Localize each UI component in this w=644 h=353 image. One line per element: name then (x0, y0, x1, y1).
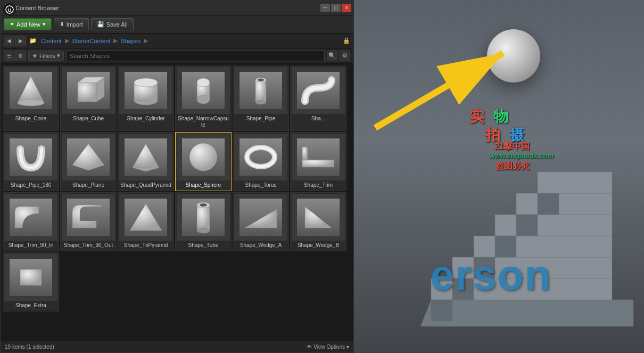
import-icon: ⬇ (60, 21, 64, 28)
asset-item-extra[interactable]: Shape_Extra (3, 252, 59, 311)
search-button[interactable]: 🔍 (327, 51, 337, 61)
asset-thumbnail-pipe180 (4, 134, 57, 180)
asset-item-trim90out[interactable]: Shape_Trim_90_Out (60, 192, 117, 251)
asset-item-pipe180[interactable]: Shape_Pipe_180 (3, 132, 59, 191)
svg-point-33 (189, 143, 217, 171)
minimize-button[interactable]: ─ (320, 4, 330, 12)
svg-rect-62 (431, 300, 452, 321)
add-icon: ✦ (10, 21, 14, 28)
status-bar: 19 items (1 selected) 👁 View Options ▾ (1, 341, 353, 352)
asset-label-shape6: Sha... (310, 114, 326, 123)
view-options-button[interactable]: 👁 View Options ▾ (307, 344, 349, 350)
view-toggle: ☰ ⊞ (4, 51, 26, 61)
close-button[interactable]: ✕ (342, 4, 351, 12)
cn-watermark-2: 物 (493, 106, 508, 127)
svg-rect-9 (78, 83, 97, 102)
lock-button[interactable]: 🔒 (343, 37, 350, 44)
breadcrumb-shapes[interactable]: Shapes (119, 37, 143, 45)
asset-label-trim: Shape_Trim (303, 180, 334, 190)
add-new-chevron: ▾ (43, 21, 46, 28)
asset-item-sphere[interactable]: Shape_Sphere (175, 132, 232, 191)
asset-thumbnail-tube (177, 194, 230, 241)
asset-thumbnail-quad_pyramid (119, 134, 172, 180)
ue-logo: U (3, 3, 16, 16)
asset-item-cone[interactable]: Shape_Cone (3, 65, 59, 131)
eye-icon: 👁 (307, 344, 312, 350)
asset-thumbnail-narrow_capsule (177, 67, 230, 114)
maximize-button[interactable]: □ (331, 4, 341, 12)
asset-label-trim90in: Shape_Trim_90_In (7, 241, 55, 250)
asset-thumbnail-cone (4, 67, 57, 114)
asset-item-plane[interactable]: Shape_Plane (60, 132, 117, 191)
grid-view-button[interactable]: ⊞ (15, 51, 26, 61)
asset-item-cube[interactable]: Shape_Cube (60, 65, 117, 131)
asset-item-shape6[interactable]: Sha... (290, 65, 346, 131)
svg-rect-54 (20, 269, 42, 285)
back-button[interactable]: ◀ (4, 36, 14, 46)
asset-item-quad_pyramid[interactable]: Shape_QuadPyramid (118, 132, 174, 191)
view-options-label: View Options (313, 344, 345, 350)
asset-label-tripyramid: Shape_TriPyramid (123, 241, 169, 250)
asset-thumbnail-pipe (234, 67, 287, 114)
asset-thumbnail-cube (62, 67, 115, 114)
watermark-text: erson (354, 251, 644, 300)
svg-text:U: U (8, 7, 12, 13)
asset-grid: Shape_ConeShape_CubeShape_CylinderShape_… (1, 63, 353, 341)
breadcrumb-nav: ◀ ▶ (4, 36, 26, 46)
asset-label-torus: Shape_Torus (244, 180, 278, 190)
asset-item-pipe[interactable]: Shape_Pipe (233, 65, 289, 131)
asset-thumbnail-wedge_a (234, 194, 287, 241)
svg-point-24 (258, 79, 264, 81)
filter-icon: ▼ (32, 53, 38, 59)
asset-label-cube: Shape_Cube (72, 114, 105, 123)
add-new-label: Add New (16, 21, 40, 28)
asset-thumbnail-torus (234, 134, 287, 180)
title-bar-controls: ─ □ ✕ (320, 4, 351, 12)
asset-label-wedge_b: Shape_Wedge_B (296, 241, 340, 250)
asset-item-wedge_b[interactable]: Shape_Wedge_B (290, 192, 346, 251)
asset-thumbnail-trim90out (62, 194, 115, 241)
svg-point-18 (197, 78, 210, 87)
asset-item-tube[interactable]: Shape_Tube (175, 192, 232, 251)
asset-item-trim90in[interactable]: Shape_Trim_90_In (3, 192, 59, 251)
list-view-button[interactable]: ☰ (4, 51, 14, 61)
asset-item-torus[interactable]: Shape_Torus (233, 132, 289, 191)
asset-thumbnail-wedge_b (292, 194, 345, 241)
forward-button[interactable]: ▶ (15, 36, 26, 46)
title-bar: Content Browser ─ □ ✕ (1, 1, 353, 15)
breadcrumb: ◀ ▶ 📁 Content ▶ StarterContent ▶ Shapes … (1, 34, 353, 48)
asset-item-trim[interactable]: Shape_Trim (290, 132, 346, 191)
view-options-chevron: ▾ (346, 344, 349, 350)
svg-rect-59 (495, 215, 612, 236)
asset-label-pipe: Shape_Pipe (245, 114, 277, 123)
asset-item-tripyramid[interactable]: Shape_TriPyramid (118, 192, 174, 251)
asset-item-cylinder[interactable]: Shape_Cylinder (118, 65, 174, 131)
asset-thumbnail-trim (292, 134, 345, 180)
svg-rect-55 (431, 300, 633, 326)
svg-point-46 (197, 228, 210, 233)
filters-button[interactable]: ▼ Filters ▾ (28, 51, 64, 61)
breadcrumb-path: 📁 Content ▶ StarterContent ▶ Shapes ▶ (29, 37, 148, 45)
asset-thumbnail-sphere (177, 134, 230, 180)
asset-item-narrow_capsule[interactable]: Shape_NarrowCapsule (175, 65, 232, 131)
asset-thumbnail-trim90in (4, 194, 57, 241)
svg-marker-68 (420, 300, 431, 326)
asset-item-wedge_a[interactable]: Shape_Wedge_A (233, 192, 289, 251)
asset-thumbnail-extra (4, 254, 57, 301)
svg-rect-21 (255, 80, 266, 102)
asset-thumbnail-shape6 (292, 67, 345, 114)
add-new-button[interactable]: ✦ Add New ▾ (4, 18, 52, 30)
stairs-svg (420, 161, 633, 332)
settings-button[interactable]: ⚙ (340, 51, 350, 61)
svg-rect-45 (197, 205, 210, 231)
save-all-button[interactable]: 💾 Save All (91, 18, 134, 30)
cn-watermark-5: 21撃中国 (494, 141, 530, 152)
svg-point-19 (197, 95, 210, 104)
breadcrumb-content[interactable]: Content (39, 37, 64, 45)
breadcrumb-starter-content[interactable]: StarterContent (70, 37, 113, 45)
asset-label-trim90out: Shape_Trim_90_Out (63, 241, 114, 250)
save-icon: 💾 (97, 21, 104, 28)
asset-thumbnail-cylinder (119, 67, 172, 114)
search-input[interactable] (66, 51, 325, 61)
import-button[interactable]: ⬇ Import (54, 18, 89, 30)
